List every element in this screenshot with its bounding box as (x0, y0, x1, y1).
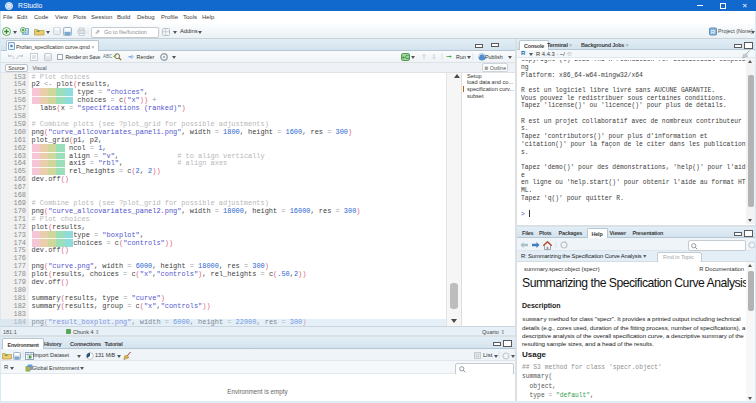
svg-text:R: R (711, 29, 716, 35)
svg-text:+C: +C (402, 54, 410, 60)
